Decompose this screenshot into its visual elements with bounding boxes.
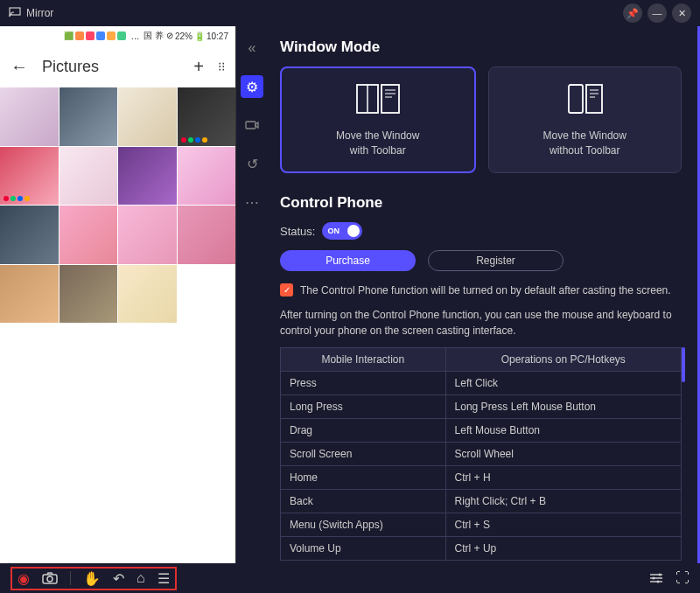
plus-icon[interactable]: + [193,57,204,77]
cell-mobile: Volume Up [281,537,446,561]
photo-thumb[interactable] [118,147,177,206]
svg-point-19 [653,577,655,580]
cell-pc: Ctrl + S [445,513,681,537]
collapse-icon[interactable]: « [241,37,263,59]
cell-mobile: Drag [281,419,446,443]
photo-thumb[interactable] [0,147,59,206]
register-button[interactable]: Register [428,250,564,271]
cell-mobile: Home [281,466,446,490]
status-app-icon [107,31,116,40]
more-icon[interactable]: ⋯ [241,191,263,213]
cell-pc: Left Mouse Button [445,419,681,443]
mode-card-with-toolbar[interactable]: Move the Window with Toolbar [280,66,476,173]
photo-thumb[interactable] [60,87,118,146]
cell-pc: Left Click [445,372,681,395]
photo-thumb[interactable] [0,87,59,146]
window-toolbar-icon [352,81,404,120]
table-scrollbar[interactable] [682,347,685,382]
control-desc: After turning on the Control Phone funct… [280,307,682,338]
svg-rect-9 [586,85,602,113]
battery-icon: 🔋 [194,31,205,41]
purchase-button[interactable]: Purchase [280,250,416,271]
fullscreen-icon[interactable]: ⛶ [676,570,690,586]
default-on-checkbox[interactable]: ✓ [280,283,293,296]
photo-grid [0,87,235,323]
time-text: 10:27 [206,31,228,41]
status-more: … [130,31,139,41]
button-row: Purchase Register [280,250,682,271]
photo-thumb[interactable] [118,206,177,264]
svg-point-14 [47,576,52,582]
cell-pc: Right Click; Ctrl + B [445,490,681,513]
photo-thumb[interactable] [178,206,236,264]
mode-label: Move the Window with Toolbar [336,129,419,158]
photo-thumb[interactable] [60,206,118,264]
record-icon[interactable]: ◉ [18,570,30,587]
grid-resize-icon[interactable]: ⁝⁝ [218,59,225,73]
toggle-knob [347,225,360,237]
photo-thumb[interactable] [118,265,177,324]
photo-thumb[interactable] [60,147,118,206]
pin-button[interactable]: 📌 [623,3,642,23]
mode-card-without-toolbar[interactable]: Move the Window without Toolbar [488,66,682,173]
hand-icon[interactable]: ✋ [83,570,101,587]
gallery-title: Pictures [42,58,99,76]
settings-icon[interactable]: ⚙ [241,75,263,98]
camera-tool-icon[interactable] [241,114,263,136]
cell-pc: Ctrl + Up [445,537,681,561]
mode-label: Move the Window without Toolbar [543,129,626,158]
status-extra: 国 养 ⊘ [144,30,173,42]
checkbox-label: The Control Phone function will be turne… [300,284,671,296]
back-arrow-icon[interactable]: ← [10,57,28,77]
table-row: BackRight Click; Ctrl + B [281,490,682,513]
battery-text: 22% [175,31,192,41]
checkbox-row: ✓ The Control Phone function will be tur… [280,283,682,296]
settings-pane: Window Mode Move the Window with Toolbar… [268,26,700,563]
cast-icon [9,7,21,20]
svg-rect-4 [382,85,399,113]
list-settings-icon[interactable] [649,570,663,586]
control-toggle[interactable]: ON [322,222,362,240]
window-mode-cards: Move the Window with Toolbar Move the Wi… [280,66,682,173]
table-row: Long PressLong Press Left Mouse Button [281,395,682,419]
hotkeys-table-wrap: Mobile Interaction Operations on PC/Hotk… [280,347,682,561]
cell-pc: Long Press Left Mouse Button [445,395,681,419]
app-title-group: Mirror [9,7,53,20]
control-phone-title: Control Phone [280,194,682,212]
side-toolbar: « ⚙ ↺ ⋯ [236,26,268,563]
photo-thumb[interactable] [60,265,118,324]
right-tools: ⛶ [649,570,690,586]
table-row: Scroll ScreenScroll Wheel [281,443,682,466]
menu-icon[interactable]: ☰ [158,570,170,587]
status-app-icon [117,31,126,40]
close-button[interactable]: ✕ [672,3,691,23]
status-row: Status: ON [280,222,682,240]
status-app-icon [96,31,105,40]
screenshot-icon[interactable] [42,572,58,584]
photo-thumb[interactable] [0,206,59,264]
cell-mobile: Press [281,372,446,395]
history-icon[interactable]: ↺ [241,152,263,175]
cell-pc: Scroll Wheel [445,443,681,466]
table-row: Menu (Switch Apps)Ctrl + S [281,513,682,537]
photo-thumb[interactable] [178,147,236,206]
minimize-button[interactable]: — [648,3,667,23]
home-icon[interactable]: ⌂ [136,570,145,586]
photo-thumb[interactable] [118,87,177,146]
phone-mirror-pane[interactable]: 🟩 … 国 养 ⊘ 22% 🔋 10:27 ← Pictures + ⁝⁝ [0,26,236,563]
photo-thumb[interactable] [0,265,59,324]
window-plain-icon [558,81,611,120]
status-app-icon [75,31,84,40]
app-title: Mirror [26,7,53,19]
photo-thumb[interactable] [178,87,236,146]
window-buttons: 📌 — ✕ [618,3,691,23]
undo-icon[interactable]: ↶ [113,570,124,587]
cell-mobile: Menu (Switch Apps) [281,513,446,537]
divider [70,571,71,585]
window-mode-title: Window Mode [280,38,682,56]
phone-status-bar: 🟩 … 国 养 ⊘ 22% 🔋 10:27 [0,26,235,45]
th-mobile: Mobile Interaction [281,348,446,372]
left-tools: ◉ ✋ ↶ ⌂ ☰ [10,567,177,590]
svg-point-20 [657,581,660,583]
svg-point-18 [659,574,662,576]
